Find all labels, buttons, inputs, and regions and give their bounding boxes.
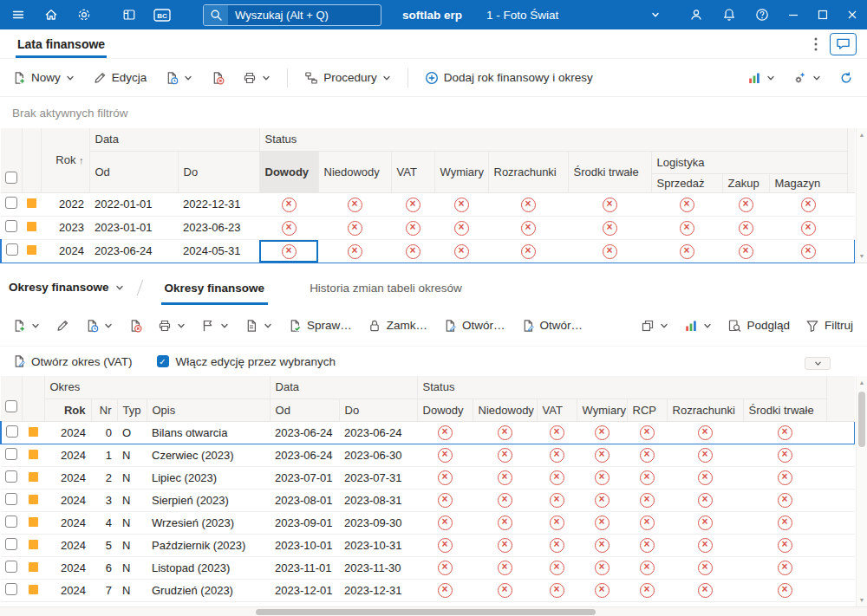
cell-opis[interactable]: Wrzesień (2023) bbox=[147, 511, 270, 534]
panel-button[interactable] bbox=[113, 0, 146, 29]
cell-od[interactable]: 2022-01-01 bbox=[89, 192, 178, 216]
select-all-checkbox[interactable] bbox=[5, 400, 17, 412]
status-cell-6[interactable]: × bbox=[743, 444, 826, 466]
cell-rok[interactable]: 2024 bbox=[44, 489, 91, 511]
cell-do[interactable]: 2023-08-31 bbox=[339, 489, 417, 511]
row-checkbox[interactable] bbox=[5, 470, 17, 483]
status-cell-3[interactable]: × bbox=[577, 466, 627, 489]
cell-typ[interactable]: N bbox=[117, 534, 147, 556]
cell-nr[interactable]: 0 bbox=[91, 421, 117, 444]
cell-od[interactable]: 2023-06-24 bbox=[270, 444, 339, 466]
status-cell-4[interactable]: × bbox=[627, 534, 667, 556]
status-cell-1[interactable]: × bbox=[473, 579, 537, 601]
status-cell-6[interactable]: × bbox=[743, 466, 826, 489]
status-cell-2[interactable]: × bbox=[537, 466, 577, 489]
column-header-rok[interactable]: Rok ↑ bbox=[41, 128, 89, 192]
status-cell-6[interactable]: × bbox=[743, 579, 826, 601]
status-cell-2[interactable]: × bbox=[391, 239, 434, 263]
status-cell-4[interactable]: × bbox=[627, 511, 667, 534]
cell-od[interactable]: 2023-07-01 bbox=[270, 466, 339, 489]
status-cell-2[interactable]: × bbox=[537, 421, 577, 444]
help-button[interactable] bbox=[746, 0, 779, 29]
close-button[interactable] bbox=[838, 0, 867, 29]
horizontal-scrollbar[interactable] bbox=[0, 606, 867, 616]
status-cell-2[interactable]: × bbox=[537, 444, 577, 466]
procedures-button[interactable]: Procedury bbox=[303, 68, 393, 88]
status-cell-5[interactable]: × bbox=[667, 421, 743, 444]
status-cell-6[interactable]: × bbox=[743, 511, 826, 534]
cell-nr[interactable]: 2 bbox=[91, 466, 117, 489]
windows-button[interactable] bbox=[639, 316, 670, 335]
period-row-2[interactable]: 2024 2 N Lipiec (2023) 2023-07-01 2023-0… bbox=[1, 466, 855, 489]
status-cell-6[interactable]: × bbox=[743, 489, 826, 511]
status-cell-2[interactable]: × bbox=[391, 192, 434, 216]
column-header-logistyka-0[interactable]: Sprzedaż bbox=[651, 173, 722, 192]
cell-rok[interactable]: 2024 bbox=[44, 421, 91, 444]
row-checkbox[interactable] bbox=[5, 538, 17, 550]
status-cell-3[interactable]: × bbox=[434, 216, 488, 239]
status-cell-2[interactable]: × bbox=[537, 556, 577, 579]
cell-typ[interactable]: N bbox=[117, 511, 147, 534]
row-checkbox[interactable] bbox=[5, 583, 17, 595]
delete-button[interactable] bbox=[127, 316, 144, 335]
row-checkbox[interactable] bbox=[6, 425, 18, 438]
status-cell-0[interactable]: × bbox=[417, 421, 473, 444]
status-cell-3[interactable]: × bbox=[577, 534, 627, 556]
cell-opis[interactable]: Czerwiec (2023) bbox=[147, 444, 270, 466]
scrollbar-thumb[interactable] bbox=[858, 392, 865, 447]
status-cell-8[interactable]: × bbox=[769, 192, 847, 216]
cell-opis[interactable]: Bilans otwarcia bbox=[147, 421, 270, 444]
status-cell-1[interactable]: × bbox=[473, 489, 537, 511]
cell-typ[interactable]: N bbox=[117, 489, 147, 511]
select-all-checkbox[interactable] bbox=[5, 172, 17, 184]
scroll-up-icon[interactable]: ▲ bbox=[857, 132, 867, 138]
edit-button[interactable] bbox=[54, 316, 71, 335]
group-header-data[interactable]: Data bbox=[270, 376, 417, 399]
status-cell-6[interactable]: × bbox=[743, 556, 826, 579]
cell-opis[interactable]: Lipiec (2023) bbox=[147, 466, 270, 489]
row-checkbox[interactable] bbox=[5, 448, 17, 460]
cell-do[interactable]: 2023-09-30 bbox=[339, 511, 417, 534]
group-header-status[interactable]: Status bbox=[259, 128, 847, 151]
status-cell-0[interactable]: × bbox=[417, 444, 473, 466]
scroll-down-icon[interactable]: ▼ bbox=[857, 253, 867, 259]
scrollbar-thumb[interactable] bbox=[256, 609, 596, 615]
status-cell-5[interactable]: × bbox=[568, 216, 651, 239]
notifications-button[interactable] bbox=[713, 0, 746, 29]
cell-rok[interactable]: 2024 bbox=[44, 579, 91, 601]
status-cell-2[interactable]: × bbox=[537, 489, 577, 511]
cell-od[interactable]: 2023-06-24 bbox=[270, 421, 339, 444]
column-header-status-0[interactable]: Dowody bbox=[417, 399, 473, 421]
cell-rok[interactable]: 2024 bbox=[44, 511, 91, 534]
column-header-do[interactable]: Do bbox=[178, 151, 259, 192]
column-header-status-3[interactable]: Wymiary bbox=[434, 151, 488, 192]
status-cell-1[interactable]: × bbox=[473, 511, 537, 534]
minimize-button[interactable] bbox=[779, 0, 808, 29]
home-button[interactable] bbox=[35, 0, 68, 29]
cell-od[interactable]: 2023-09-01 bbox=[270, 511, 339, 534]
cell-od[interactable]: 2023-12-01 bbox=[270, 579, 339, 601]
status-cell-8[interactable]: × bbox=[769, 216, 847, 239]
group-header-status[interactable]: Status bbox=[417, 376, 826, 399]
cell-rok[interactable]: 2024 bbox=[44, 534, 91, 556]
status-cell-7[interactable]: × bbox=[722, 192, 769, 216]
analysis-button[interactable] bbox=[746, 68, 777, 88]
status-cell-3[interactable]: × bbox=[577, 421, 627, 444]
status-cell-5[interactable]: × bbox=[667, 556, 743, 579]
cell-rok[interactable]: 2024 bbox=[44, 444, 91, 466]
scroll-down-icon[interactable]: ▼ bbox=[857, 597, 867, 603]
cell-opis[interactable]: Grudzień (2023) bbox=[147, 579, 270, 601]
company-selector[interactable]: 1 - Foto Świat bbox=[486, 0, 660, 29]
status-cell-7[interactable]: × bbox=[722, 239, 769, 263]
cell-od[interactable]: 2023-06-24 bbox=[89, 239, 178, 263]
period-row-3[interactable]: 2024 3 N Sierpień (2023) 2023-08-01 2023… bbox=[1, 489, 855, 511]
cell-od[interactable]: 2023-01-01 bbox=[89, 216, 178, 239]
vertical-scrollbar[interactable]: ▲ ▼ bbox=[856, 376, 867, 606]
new-button[interactable] bbox=[10, 316, 42, 335]
status-cell-3[interactable]: × bbox=[434, 239, 488, 263]
year-row-2023[interactable]: 2023 2023-01-01 2023-06-23××××××××× bbox=[1, 216, 855, 239]
status-cell-5[interactable]: × bbox=[568, 192, 651, 216]
status-cell-4[interactable]: × bbox=[488, 192, 568, 216]
report-button[interactable] bbox=[243, 316, 274, 335]
add-fiscal-year-button[interactable]: Dodaj rok finansowy i okresy bbox=[423, 68, 595, 88]
